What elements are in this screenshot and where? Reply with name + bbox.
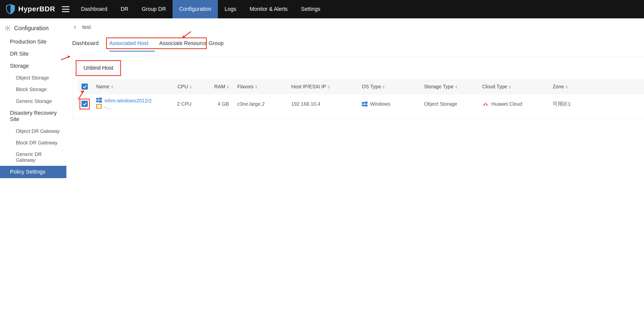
sidebar-item-dr-site[interactable]: DR Site bbox=[0, 48, 66, 60]
sidebar-sub-generic-storage[interactable]: Generic Storage bbox=[0, 95, 66, 107]
windows-icon bbox=[96, 98, 102, 103]
svg-rect-6 bbox=[96, 100, 99, 102]
cell-storage-type: Object Storage bbox=[420, 94, 478, 114]
table-header-row: Name CPU RAM Flavors Host IP/ESXi IP OS … bbox=[77, 79, 644, 94]
host-table: Name CPU RAM Flavors Host IP/ESXi IP OS … bbox=[77, 79, 644, 114]
nav-monitor-alerts[interactable]: Monitor & Alerts bbox=[243, 0, 294, 18]
svg-rect-9 bbox=[97, 105, 101, 108]
svg-rect-7 bbox=[99, 100, 102, 102]
tab-bar: Dashboard Associated Host Associate Reso… bbox=[72, 37, 644, 52]
select-all-checkbox[interactable] bbox=[82, 84, 88, 90]
col-zone[interactable]: Zone bbox=[549, 79, 644, 94]
sidebar-sub-generic-dr-gw[interactable]: Generic DR Gateway bbox=[0, 148, 66, 166]
col-cpu[interactable]: CPU bbox=[158, 79, 196, 94]
tab-associated-host[interactable]: Associated Host bbox=[109, 37, 155, 52]
tab-dashboard[interactable]: Dashboard bbox=[72, 37, 105, 52]
nav-settings[interactable]: Settings bbox=[294, 0, 327, 18]
sidebar-title: Configuration bbox=[0, 22, 66, 36]
app-header: HyperBDR Dashboard DR Group DR Configura… bbox=[0, 0, 644, 18]
col-flavors[interactable]: Flavors bbox=[233, 79, 287, 94]
tab-associate-resource-group[interactable]: Associate Resource Group bbox=[159, 37, 230, 52]
nav-group-dr[interactable]: Group DR bbox=[135, 0, 173, 18]
unbind-host-button[interactable]: Unbind Host bbox=[77, 62, 119, 74]
col-cloud-type[interactable]: Cloud Type bbox=[478, 79, 549, 94]
main-content: test Dashboard Associated Host Associate… bbox=[66, 18, 644, 312]
content-panel: Unbind Host bbox=[72, 57, 644, 119]
shield-icon bbox=[5, 4, 16, 15]
table-row: mhm-windows2012r2-… 2 CPU 4 GB c3ne.larg… bbox=[77, 94, 644, 114]
col-os-type[interactable]: OS Type bbox=[358, 79, 420, 94]
top-nav: Dashboard DR Group DR Configuration Logs… bbox=[74, 0, 327, 18]
back-arrow-icon[interactable] bbox=[72, 24, 78, 30]
svg-point-0 bbox=[8, 5, 9, 6]
svg-rect-11 bbox=[365, 102, 368, 104]
windows-icon bbox=[362, 102, 368, 107]
col-storage-type[interactable]: Storage Type bbox=[420, 79, 478, 94]
cell-os-type: Windows bbox=[362, 101, 416, 107]
svg-point-2 bbox=[7, 27, 8, 29]
huawei-icon bbox=[482, 102, 489, 107]
gear-icon bbox=[4, 25, 11, 31]
sidebar-sub-object-storage[interactable]: Object Storage bbox=[0, 72, 66, 84]
breadcrumb: test bbox=[66, 18, 644, 31]
row-checkbox[interactable] bbox=[82, 101, 88, 107]
col-ram[interactable]: RAM bbox=[196, 79, 233, 94]
nav-configuration[interactable]: Configuration bbox=[173, 0, 218, 18]
sidebar-item-dr-recovery[interactable]: Disastery Recovery Site bbox=[0, 107, 66, 125]
nav-dashboard[interactable]: Dashboard bbox=[74, 0, 114, 18]
cell-flavors: c3ne.large.2 bbox=[233, 94, 287, 114]
host-name-link[interactable]: mhm-windows2012r2-… bbox=[104, 98, 154, 110]
svg-rect-10 bbox=[362, 102, 364, 104]
sidebar-sub-block-dr-gw[interactable]: Block DR Gateway bbox=[0, 137, 66, 148]
brand-logo: HyperBDR bbox=[5, 4, 55, 15]
svg-point-1 bbox=[7, 6, 8, 7]
sidebar-sub-object-dr-gw[interactable]: Object DR Gateway bbox=[0, 125, 66, 137]
vmware-icon bbox=[96, 104, 102, 109]
nav-dr[interactable]: DR bbox=[114, 0, 135, 18]
toolbar: Unbind Host bbox=[72, 57, 644, 76]
breadcrumb-label: test bbox=[82, 24, 91, 30]
cell-cloud-type: Huawei Cloud bbox=[482, 101, 545, 107]
nav-logs[interactable]: Logs bbox=[218, 0, 243, 18]
menu-toggle-icon[interactable] bbox=[59, 0, 72, 18]
svg-rect-12 bbox=[362, 104, 364, 106]
cell-ram: 4 GB bbox=[196, 94, 233, 114]
sidebar: Configuration Production Site DR Site St… bbox=[0, 18, 66, 312]
svg-rect-5 bbox=[99, 98, 102, 100]
sidebar-item-production-site[interactable]: Production Site bbox=[0, 36, 66, 48]
col-name[interactable]: Name bbox=[92, 79, 158, 94]
cell-host-ip: 192.168.10.4 bbox=[287, 94, 358, 114]
cell-zone: 可用区1 bbox=[549, 94, 644, 114]
cell-cpu: 2 CPU bbox=[158, 94, 196, 114]
sidebar-item-storage[interactable]: Storage bbox=[0, 60, 66, 72]
sidebar-item-policy-settings[interactable]: Policy Settings bbox=[0, 166, 66, 178]
brand-name: HyperBDR bbox=[18, 5, 55, 13]
col-host-ip[interactable]: Host IP/ESXi IP bbox=[287, 79, 358, 94]
svg-rect-4 bbox=[96, 98, 99, 100]
svg-rect-13 bbox=[365, 104, 368, 106]
sidebar-sub-block-storage[interactable]: Block Storage bbox=[0, 84, 66, 95]
